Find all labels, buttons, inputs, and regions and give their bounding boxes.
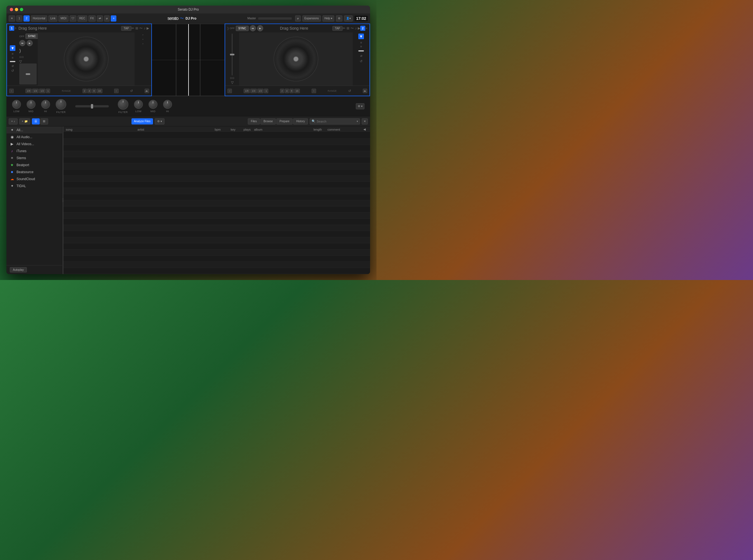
deck2-edit-icon[interactable]: ✏ [343, 26, 345, 30]
sun-icon-btn[interactable]: ☀ [9, 15, 15, 22]
deck1-pitch-slider[interactable] [19, 63, 37, 84]
deck1-tap-btn[interactable]: TAP [121, 26, 131, 31]
deck1-vinyl-disc[interactable] [64, 37, 108, 81]
table-row[interactable] [63, 231, 370, 237]
headphones-btn[interactable]: ⌀ [104, 15, 110, 22]
deck2-nav-left[interactable]: ‹ [227, 89, 232, 93]
mixer-settings-btn[interactable]: ⚙ ▾ [356, 103, 365, 109]
deck1-prev-btn[interactable]: ⏮ [19, 40, 25, 46]
deck1-fader-knob[interactable] [10, 61, 15, 62]
table-row[interactable] [63, 249, 370, 256]
deck2-tap-btn[interactable]: TAP [332, 26, 343, 31]
sidebar-item-stems[interactable]: ≡ Stems [6, 154, 62, 161]
deck1-arrow-icon[interactable]: ▶ [147, 26, 149, 30]
deck1-sync-btn[interactable]: SYNC [25, 34, 38, 39]
deck1-loop-icon[interactable]: ↺ [11, 69, 14, 73]
table-row[interactable] [63, 169, 370, 176]
deck2-eq-icon2[interactable]: ≡ [360, 45, 362, 48]
deck1-cue-marker[interactable]: ▼ [10, 45, 15, 51]
deck1-plus-icon[interactable]: + [142, 34, 143, 36]
table-row[interactable] [63, 200, 370, 206]
deck2-eject-btn[interactable]: ⏏ [363, 89, 367, 93]
midi-btn[interactable]: MIDI [59, 15, 68, 22]
table-row[interactable] [63, 225, 370, 231]
deck1-beat-1-8[interactable]: 1/8 [25, 89, 32, 93]
col-header-expand[interactable]: ◀ [363, 127, 368, 131]
search-dropdown-icon[interactable]: ▾ [357, 120, 358, 123]
deck2-nav-right[interactable]: › [312, 89, 316, 93]
deck2-loop-reset-icon[interactable]: ↺ [348, 89, 351, 93]
table-row[interactable] [63, 188, 370, 194]
expansions-btn[interactable]: Expansions [302, 15, 321, 22]
deck1-note-icon[interactable]: ♪ [144, 26, 145, 30]
deck2-prev-btn[interactable]: ⏮ [250, 25, 256, 31]
deck2-mid-knob[interactable] [148, 100, 158, 109]
deck1-btn[interactable]: 1 [16, 15, 22, 22]
deck2-note-icon[interactable]: ♪ [355, 26, 357, 30]
table-row[interactable] [63, 206, 370, 213]
settings-btn[interactable]: ⚙ [336, 15, 342, 22]
files-panel-btn[interactable]: Files [248, 118, 260, 124]
col-header-bpm[interactable]: bpm [209, 128, 226, 131]
deck2-key-icon[interactable]: ⊟⊟ [230, 77, 235, 79]
table-row[interactable] [63, 163, 370, 169]
sidebar-item-all-videos[interactable]: ▶ All Videos... [6, 140, 62, 147]
table-row[interactable] [63, 237, 370, 243]
col-header-album[interactable]: album [254, 128, 308, 131]
deck2-sync-btn[interactable]: SYNC [236, 26, 249, 31]
deck1-pitch-down-icon[interactable]: ▽ [19, 60, 22, 63]
table-row[interactable] [63, 182, 370, 188]
deck2-filter-knob[interactable] [118, 99, 128, 109]
deck1-grid-icon[interactable]: ⊞ [135, 26, 138, 30]
list-view-btn[interactable]: ☰ [32, 118, 40, 124]
add-track-btn[interactable]: + ♪ [9, 118, 18, 124]
table-row[interactable] [63, 145, 370, 151]
sidebar-item-itunes[interactable]: ♪ iTunes [6, 147, 62, 154]
deck2-pitch-down-icon[interactable]: ▽ [231, 81, 233, 84]
minimize-button[interactable] [15, 8, 18, 11]
deck1-loop-reset-icon[interactable]: ↺ [130, 89, 133, 93]
deck2-fader-knob[interactable] [358, 51, 364, 52]
deck1-nav-left[interactable]: ‹ [9, 89, 14, 93]
deck2-beat-16[interactable]: 16 [294, 89, 300, 93]
deck2-btn[interactable]: 2 [23, 15, 29, 22]
swap-btn[interactable]: ⇄ [97, 15, 103, 22]
deck1-beat-1[interactable]: 1 [46, 89, 50, 93]
table-row[interactable] [63, 176, 370, 182]
table-row[interactable] [63, 243, 370, 249]
prepare-panel-btn[interactable]: Prepare [277, 118, 292, 124]
deck2-beat-1-2[interactable]: 1/2 [257, 89, 264, 93]
user-btn[interactable]: 👤▾ [344, 15, 353, 22]
deck2-loop-icon[interactable]: ↺ [360, 59, 363, 63]
deck1-beat-1-2[interactable]: 1/2 [39, 89, 46, 93]
deck1-beat-8[interactable]: 8 [92, 89, 96, 93]
sidebar-item-tidal[interactable]: ✦ TIDAL [6, 182, 62, 189]
deck2-beat-2[interactable]: 2 [280, 89, 284, 93]
layout-btn[interactable]: Horizontal [31, 15, 47, 22]
col-header-length[interactable]: length [308, 128, 328, 131]
deck1-filter-knob[interactable] [56, 99, 66, 109]
shield-btn[interactable]: 🛡 [70, 15, 76, 22]
sidebar-item-soundcloud[interactable]: ☁ SoundCloud [6, 175, 62, 182]
deck1-edit-icon[interactable]: ✏ [131, 26, 134, 30]
deck1-plus-icon2[interactable]: + [142, 38, 143, 41]
link-btn[interactable]: Link [48, 15, 57, 22]
close-button[interactable] [10, 8, 13, 11]
sidebar-item-all-audio[interactable]: ◉ All Audio... [6, 134, 62, 140]
table-row[interactable] [63, 262, 370, 268]
deck2-beat-1[interactable]: 1 [264, 89, 268, 93]
deck1-eq-icon2[interactable]: ≡ [12, 56, 14, 59]
col-header-plays[interactable]: plays [240, 128, 254, 131]
deck2-hi-knob[interactable] [163, 100, 172, 109]
crossfader[interactable] [75, 105, 109, 107]
col-header-artist[interactable]: artist [138, 128, 209, 131]
deck1-play-btn[interactable]: ▶ [26, 40, 33, 46]
deck2-grid-icon[interactable]: ⊞ [347, 26, 349, 30]
deck1-nav-right[interactable]: › [114, 89, 119, 93]
clear-search-btn[interactable]: ✕ [362, 118, 368, 124]
deck1-mid-knob[interactable] [26, 100, 36, 109]
col-header-comment[interactable]: comment [328, 128, 363, 131]
deck1-plus-icon3[interactable]: + [142, 42, 143, 45]
autoplay-btn[interactable]: Autoplay [10, 267, 27, 273]
deck2-arrow-icon[interactable]: ▶ [358, 26, 360, 30]
